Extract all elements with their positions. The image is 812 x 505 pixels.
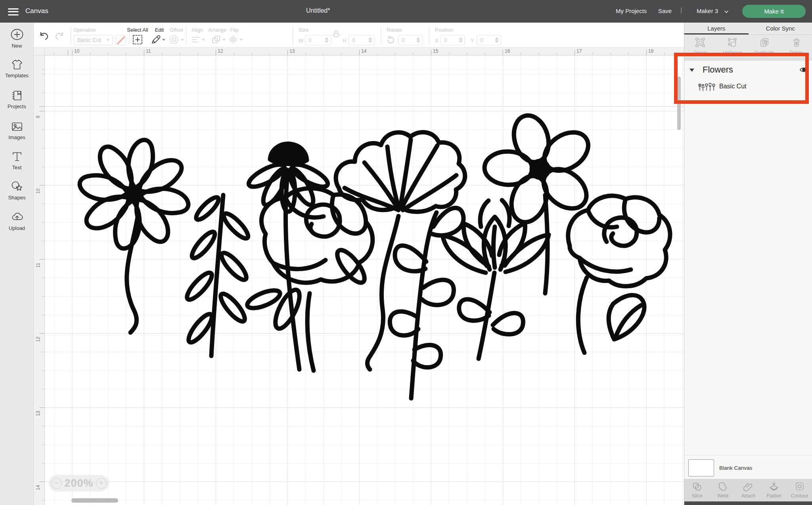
x-stepper[interactable]	[459, 36, 463, 44]
sidebar-item-label: Templates	[0, 73, 34, 78]
sidebar-item-shapes[interactable]: Shapes	[0, 170, 34, 201]
ungroup-button[interactable]: UnGroup	[716, 35, 749, 57]
y-stepper[interactable]	[495, 36, 500, 44]
width-stepper[interactable]	[325, 36, 329, 44]
operation-select[interactable]: Basic Cut	[73, 35, 113, 45]
vertical-scrollbar[interactable]	[677, 77, 681, 130]
flower-rose-2[interactable]	[568, 196, 670, 353]
document-title[interactable]: Untitled*	[306, 7, 330, 14]
x-label: X	[435, 38, 439, 44]
y-input[interactable]	[477, 35, 494, 45]
undo-icon[interactable]	[39, 31, 50, 41]
flower-daisy[interactable]	[78, 138, 190, 333]
arrange-label: Arrange	[206, 27, 228, 33]
rotate-stepper[interactable]	[416, 36, 421, 44]
flower-tulip[interactable]	[442, 200, 549, 359]
select-all-icon[interactable]	[132, 34, 143, 45]
weld-label: Weld	[710, 493, 736, 499]
delete-button[interactable]: Delete	[780, 35, 812, 57]
chevron-down-icon	[181, 39, 184, 41]
panel-tabs: Layers Color Sync	[684, 23, 812, 35]
machine-selector[interactable]: Maker 3	[697, 8, 718, 14]
sidebar-item-projects[interactable]: Projects	[0, 78, 34, 109]
my-projects-link[interactable]: My Projects	[616, 8, 647, 14]
sidebar-item-new[interactable]: New	[0, 23, 34, 49]
toolbar-divider	[71, 27, 71, 44]
ruler-number: 12	[35, 336, 41, 343]
x-input[interactable]	[441, 35, 458, 45]
width-input[interactable]	[305, 35, 324, 45]
new-plus-icon	[10, 28, 24, 42]
width-input-box[interactable]	[305, 35, 331, 45]
edit-pencil-icon[interactable]	[151, 34, 161, 45]
group-label: Group	[684, 50, 716, 55]
edit-toolbar: Operation Basic Cut Select All Edit Offs…	[34, 23, 684, 48]
sidebar-item-label: Projects	[0, 103, 34, 109]
collapse-triangle-icon[interactable]	[689, 69, 694, 72]
tab-layers[interactable]: Layers	[684, 23, 749, 34]
edit-label[interactable]: Edit	[151, 27, 167, 33]
ungroup-label: UnGroup	[716, 50, 749, 55]
attach-label: Attach	[735, 493, 761, 499]
height-stepper[interactable]	[368, 36, 373, 44]
flower-coneflower[interactable]	[246, 144, 331, 369]
duplicate-icon	[759, 37, 770, 48]
notebook-icon	[10, 89, 24, 102]
ruler-number: 17	[576, 48, 582, 54]
sidebar-item-templates[interactable]: Templates	[0, 49, 34, 78]
slice-label: Slice	[684, 493, 710, 499]
hamburger-menu-icon[interactable]	[8, 6, 19, 16]
layer-name: Basic Cut	[719, 83, 746, 90]
rotate-icon[interactable]	[386, 35, 395, 45]
visibility-eye-icon[interactable]	[799, 66, 808, 74]
contour-icon	[795, 481, 805, 492]
toolbar-divider	[381, 27, 381, 44]
group-button[interactable]: Group	[684, 35, 716, 57]
flower-leafy-branch[interactable]	[184, 195, 251, 356]
layer-row-basic-cut[interactable]: Basic Cut	[684, 79, 812, 96]
weld-button[interactable]: Weld	[710, 479, 736, 501]
zoom-in-button[interactable]: +	[96, 478, 107, 489]
ungroup-icon	[727, 37, 738, 48]
rotate-input[interactable]	[398, 35, 415, 45]
chevron-down-icon[interactable]	[724, 10, 729, 14]
attach-button[interactable]: Attach	[735, 479, 761, 501]
height-label: H	[343, 38, 346, 44]
x-input-box[interactable]	[440, 35, 465, 45]
slice-button[interactable]: Slice	[684, 479, 710, 501]
select-all-label[interactable]: Select All	[126, 27, 149, 33]
sidebar-item-upload[interactable]: Upload	[0, 201, 34, 231]
flatten-button[interactable]: Flatten	[761, 479, 787, 501]
save-link[interactable]: Save	[658, 8, 672, 14]
ruler-number: 11	[35, 262, 41, 269]
layer-group-name: Flowers	[703, 65, 733, 75]
header-bar: Canvas Untitled* My Projects Save | Make…	[0, 0, 812, 23]
tab-color-sync[interactable]: Color Sync	[749, 23, 812, 34]
flowers-artwork	[34, 55, 684, 499]
height-input-box[interactable]	[349, 35, 375, 45]
operation-color-swatch[interactable]	[116, 35, 126, 45]
redo-icon[interactable]	[54, 31, 65, 41]
toolbar-divider	[186, 27, 187, 44]
flower-rose[interactable]	[245, 188, 373, 371]
zoom-out-button[interactable]: −	[51, 478, 62, 489]
make-it-button[interactable]: Make It	[742, 5, 806, 18]
height-input[interactable]	[349, 35, 367, 45]
header-divider: |	[680, 7, 682, 14]
sidebar-item-text[interactable]: Text	[0, 140, 34, 170]
blank-canvas-swatch[interactable]	[688, 459, 714, 476]
lock-icon[interactable]	[332, 30, 341, 38]
sidebar-item-images[interactable]: Images	[0, 109, 34, 140]
y-input-box[interactable]	[477, 35, 501, 45]
layer-group-row[interactable]: Flowers	[684, 61, 812, 79]
chevron-down-icon	[162, 39, 165, 41]
operation-value: Basic Cut	[77, 37, 101, 43]
rotate-input-box[interactable]	[398, 35, 423, 45]
duplicate-button[interactable]: Duplicate	[749, 35, 781, 57]
image-icon	[10, 120, 24, 133]
text-icon	[10, 150, 24, 163]
horizontal-scrollbar[interactable]	[71, 498, 118, 503]
contour-button[interactable]: Contour	[787, 479, 812, 501]
toolbar-divider	[429, 27, 429, 44]
ruler-number: 12	[218, 48, 223, 54]
